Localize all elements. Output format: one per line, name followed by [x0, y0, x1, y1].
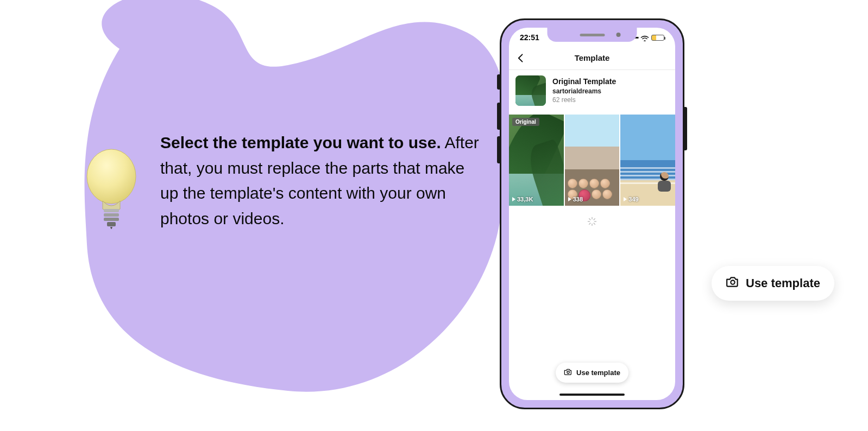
wifi-icon [640, 34, 649, 41]
play-icon [624, 197, 627, 201]
back-button[interactable] [514, 52, 527, 65]
phone-side-button [497, 136, 500, 163]
lightbulb-icon [84, 147, 139, 239]
template-title: Original Template [552, 77, 616, 87]
front-camera-icon [617, 33, 621, 37]
phone-side-button [497, 103, 500, 130]
play-icon [568, 197, 571, 201]
svg-line-9 [589, 219, 590, 220]
header-title: Template [575, 53, 610, 62]
phone-frame: 22:51 ••• Template Original Template sar… [500, 18, 684, 409]
svg-rect-1 [104, 209, 119, 212]
reel-plays: 33,3K [512, 196, 533, 202]
reel-item[interactable]: Original 33,3K [509, 115, 564, 206]
instruction-text: Select the template you want to use. Aft… [160, 130, 481, 231]
use-template-label: Use template [576, 369, 620, 377]
phone-side-button [497, 74, 500, 90]
phone-side-button [684, 107, 687, 150]
camera-icon [726, 275, 740, 292]
status-time: 22:51 [520, 33, 539, 42]
loading-spinner-icon [587, 217, 597, 226]
template-thumbnail[interactable] [515, 75, 546, 106]
template-reel-count: 62 reels [552, 96, 616, 104]
use-template-callout-label: Use template [746, 276, 820, 290]
reel-item[interactable]: 338 [565, 115, 620, 206]
svg-line-11 [589, 223, 590, 224]
instruction-bold: Select the template you want to use. [160, 134, 441, 151]
use-template-callout[interactable]: Use template [712, 266, 834, 301]
template-info: Original Template sartorialdreams 62 ree… [515, 75, 669, 106]
svg-rect-4 [107, 222, 116, 226]
play-icon [512, 197, 515, 201]
svg-rect-2 [104, 213, 119, 217]
reel-plays: 338 [568, 196, 583, 202]
reel-plays: 349 [624, 196, 638, 202]
svg-line-10 [594, 223, 595, 224]
template-author[interactable]: sartorialdreams [552, 87, 616, 96]
battery-icon [651, 35, 664, 41]
home-indicator[interactable] [559, 394, 625, 396]
reel-item[interactable]: 349 [620, 115, 675, 206]
svg-point-13 [567, 371, 569, 373]
phone-notch [548, 28, 637, 42]
reel-grid: Original 33,3K 338 349 [509, 115, 675, 206]
svg-line-12 [594, 219, 595, 220]
camera-icon [564, 367, 573, 378]
phone-screen: 22:51 ••• Template Original Template sar… [509, 28, 675, 400]
speaker-icon [580, 34, 605, 36]
original-badge: Original [512, 118, 539, 126]
use-template-button[interactable]: Use template [556, 363, 628, 383]
svg-rect-3 [104, 218, 119, 221]
svg-point-14 [731, 280, 734, 284]
svg-point-0 [87, 149, 136, 204]
app-header: Template [509, 46, 675, 70]
